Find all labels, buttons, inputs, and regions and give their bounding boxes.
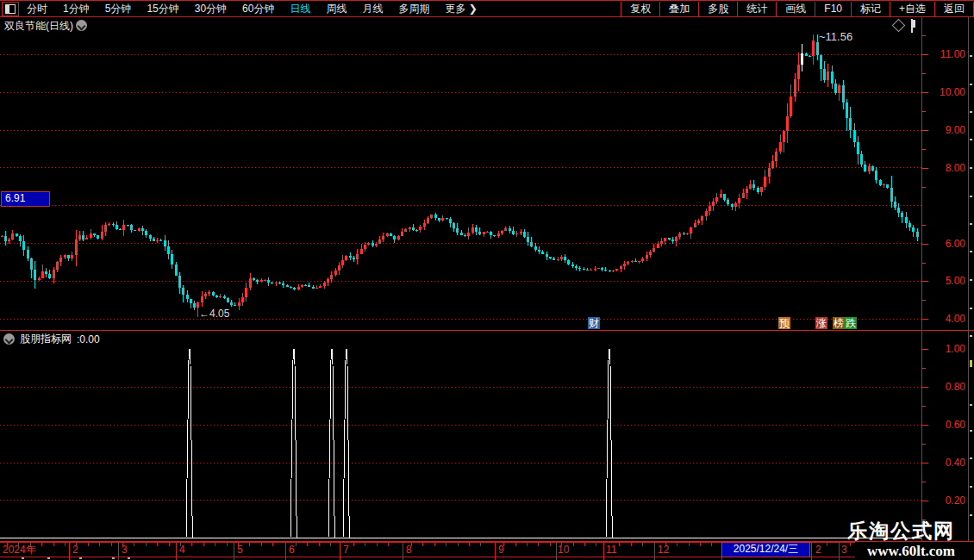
stock-title: 双良节能(日线) bbox=[4, 19, 73, 34]
period-tab-分时[interactable]: 分时 bbox=[19, 2, 55, 16]
chevron-down-icon[interactable] bbox=[76, 20, 87, 31]
axis-tick-label: 4.00 bbox=[946, 314, 965, 324]
annotation-high-price: ~11.56 bbox=[819, 30, 852, 43]
current-date-badge: 2025/12/24/三 bbox=[721, 542, 810, 557]
axis-tick-label: 10.00 bbox=[940, 87, 965, 97]
panel-separator bbox=[0, 330, 974, 331]
period-toolbar: 分时1分钟5分钟15分钟30分钟60分钟日线周线月线多周期更多 ❯ 复权叠加多股… bbox=[0, 0, 974, 17]
axis-tick-label: 5.00 bbox=[946, 276, 965, 286]
diamond-icon[interactable] bbox=[892, 19, 906, 33]
toolbar-button-返回[interactable]: 返回 bbox=[934, 2, 974, 16]
period-tab-60分钟[interactable]: 60分钟 bbox=[234, 2, 282, 16]
watermark: 乐淘公式网 www.60lt.com bbox=[847, 520, 955, 559]
axis-tick-label: 0.20 bbox=[946, 495, 965, 506]
window-split-icon[interactable] bbox=[911, 20, 913, 32]
date-label: 12 bbox=[658, 544, 669, 556]
layout-split-icon[interactable] bbox=[2, 2, 19, 16]
event-badge-die[interactable]: 跌 bbox=[845, 317, 857, 329]
date-label: 3 bbox=[841, 544, 847, 556]
toolbar-button-标记[interactable]: 标记 bbox=[851, 2, 890, 16]
edge-mini-strip[interactable] bbox=[969, 16, 974, 542]
axis-tick-label: 0.40 bbox=[946, 457, 965, 468]
axis-tick-label: 6.00 bbox=[946, 239, 965, 249]
event-badge-cai[interactable]: 财 bbox=[588, 317, 600, 329]
period-tab-1分钟[interactable]: 1分钟 bbox=[55, 2, 97, 16]
event-badge-zhang[interactable]: 涨 bbox=[815, 317, 827, 329]
indicator-chart-canvas[interactable] bbox=[0, 346, 921, 541]
period-tab-周线[interactable]: 周线 bbox=[318, 2, 354, 16]
price-axis: 11.0010.009.008.006.005.004.001.000.800.… bbox=[922, 16, 968, 542]
toolbar-button-画线[interactable]: 画线 bbox=[776, 2, 815, 16]
watermark-cn: 乐淘公式网 bbox=[847, 520, 955, 543]
date-label: 2 bbox=[815, 544, 821, 556]
date-label: 7 bbox=[343, 544, 349, 556]
axis-tick-label: 0.80 bbox=[946, 382, 965, 392]
watermark-url: www.60lt.com bbox=[847, 543, 955, 559]
period-tab-月线[interactable]: 月线 bbox=[354, 2, 390, 16]
tdx-app-window: 分时1分钟5分钟15分钟30分钟60分钟日线周线月线多周期更多 ❯ 复权叠加多股… bbox=[0, 0, 974, 560]
period-tab-5分钟[interactable]: 5分钟 bbox=[97, 2, 140, 16]
date-label: 11 bbox=[606, 544, 616, 556]
axis-tick-label: 9.00 bbox=[946, 125, 965, 135]
event-badge-bang[interactable]: 榜 bbox=[833, 317, 845, 329]
date-label: 6 bbox=[289, 544, 295, 556]
toolbar-button-+自选[interactable]: +自选 bbox=[890, 2, 934, 16]
annotation-low-price: ←4.05 bbox=[199, 308, 229, 320]
toolbar-button-F10[interactable]: F10 bbox=[815, 2, 851, 16]
axis-tick-label: 1.00 bbox=[946, 344, 965, 354]
chevron-down-icon[interactable] bbox=[3, 333, 15, 345]
toolbar-actions: 复权叠加多股统计画线F10标记+自选返回 bbox=[621, 1, 974, 16]
toolbar-button-叠加[interactable]: 叠加 bbox=[659, 2, 698, 16]
period-tab-30分钟[interactable]: 30分钟 bbox=[187, 2, 234, 16]
candlestick-chart-canvas[interactable] bbox=[0, 34, 921, 331]
toolbar-button-统计[interactable]: 统计 bbox=[737, 2, 776, 16]
toolbar-button-多股[interactable]: 多股 bbox=[698, 2, 737, 16]
indicator-header: 股朋指标网 :0.00 bbox=[3, 333, 100, 345]
axis-tick-label: 11.00 bbox=[940, 49, 965, 59]
event-badge-yu[interactable]: 预 bbox=[778, 317, 790, 329]
date-label: 10 bbox=[558, 544, 569, 556]
period-tab-15分钟[interactable]: 15分钟 bbox=[139, 2, 186, 16]
last-price-badge: 6.91 bbox=[1, 191, 50, 207]
period-tab-更多 ❯[interactable]: 更多 ❯ bbox=[437, 2, 484, 16]
period-tab-多周期[interactable]: 多周期 bbox=[390, 2, 437, 16]
period-tab-日线[interactable]: 日线 bbox=[282, 2, 318, 16]
axis-tick-label: 8.00 bbox=[946, 163, 965, 173]
indicator-name: 股朋指标网 bbox=[20, 332, 72, 346]
date-axis[interactable]: 2024年23456789101112232025/12/24/三 bbox=[0, 542, 855, 557]
toolbar-button-复权[interactable]: 复权 bbox=[621, 2, 659, 16]
indicator-value: :0.00 bbox=[77, 333, 100, 345]
period-tabs: 分时1分钟5分钟15分钟30分钟60分钟日线周线月线多周期更多 ❯ bbox=[19, 1, 485, 16]
axis-tick-label: 0.60 bbox=[946, 420, 965, 430]
